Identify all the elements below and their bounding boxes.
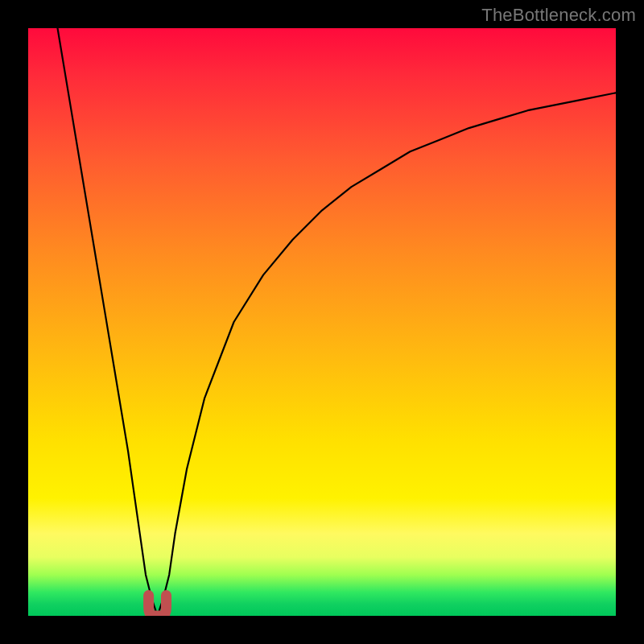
watermark-text: TheBottleneck.com (481, 5, 636, 26)
curve-line (58, 28, 617, 616)
optimum-marker (149, 596, 167, 617)
plot-area (28, 28, 616, 616)
chart-frame: TheBottleneck.com (0, 0, 644, 644)
bottleneck-curve (28, 28, 616, 616)
